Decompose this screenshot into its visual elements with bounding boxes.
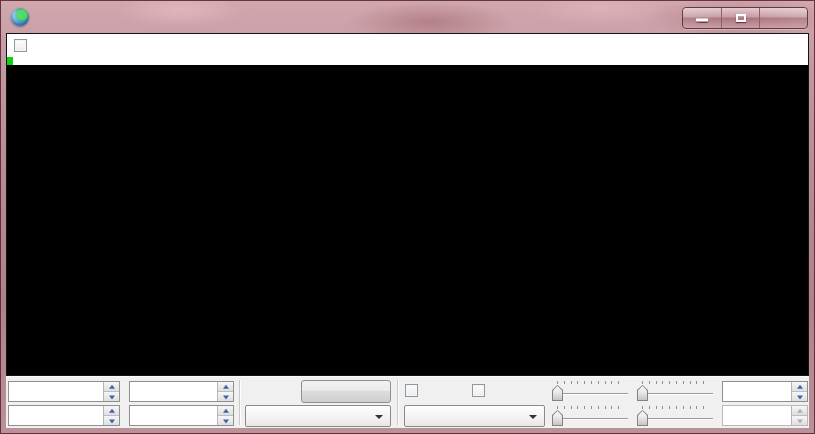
jt65-jt9-split-spinner[interactable] — [8, 405, 120, 426]
slider-ticks — [557, 381, 625, 384]
spin-down-icon — [797, 395, 803, 399]
client-area — [6, 33, 809, 428]
spin-up-icon — [797, 384, 803, 388]
ref-spec-checkbox[interactable] — [472, 384, 490, 397]
spectrum-zero-slider[interactable] — [637, 405, 715, 426]
spin-up-icon — [109, 408, 115, 412]
n-avg-spinner[interactable] — [129, 405, 234, 426]
slider-groove — [639, 418, 713, 419]
spin-down-icon — [223, 419, 229, 423]
separator — [239, 380, 240, 425]
spec-percent-spinner[interactable] — [722, 381, 808, 402]
smooth-spinner — [722, 405, 808, 426]
spin-up-icon — [109, 384, 115, 388]
checkbox-box — [405, 384, 418, 397]
spectrum-plot[interactable] — [7, 275, 808, 375]
spin-arrows[interactable] — [217, 382, 233, 401]
slider-groove — [554, 393, 628, 394]
spectrum-gain-slider[interactable] — [552, 405, 630, 426]
slider-groove — [554, 418, 628, 419]
separator — [397, 380, 398, 425]
wide-graph-window — [0, 0, 815, 434]
minimize-icon — [696, 19, 708, 22]
spin-arrows[interactable] — [103, 382, 119, 401]
spin-arrows[interactable] — [217, 406, 233, 425]
graph-display — [6, 33, 809, 376]
spin-arrows — [791, 406, 807, 425]
rx-range-marker — [7, 57, 13, 65]
slider-ticks — [642, 381, 710, 384]
slider-handle[interactable] — [637, 385, 648, 401]
maximize-icon — [736, 14, 746, 22]
palette-label — [249, 381, 299, 384]
slider-handle[interactable] — [552, 385, 563, 401]
wsjtx-app-icon[interactable] — [11, 8, 29, 26]
spin-up-icon — [223, 384, 229, 388]
waterfall-zero-slider[interactable] — [637, 380, 715, 401]
slider-ticks — [557, 406, 625, 409]
checkbox-box — [472, 384, 485, 397]
bins-per-pixel-spinner[interactable] — [8, 381, 120, 402]
spin-up-icon — [797, 408, 803, 412]
slider-handle[interactable] — [637, 410, 648, 426]
dropdown-arrow-icon — [375, 415, 383, 419]
titlebar[interactable] — [0, 0, 815, 33]
start-hz-spinner[interactable] — [129, 381, 234, 402]
flatten-checkbox[interactable] — [405, 384, 423, 397]
control-bar — [6, 376, 809, 428]
spin-down-icon — [797, 419, 803, 423]
waterfall-gain-slider[interactable] — [552, 380, 630, 401]
minimize-button[interactable] — [683, 8, 721, 28]
slider-handle[interactable] — [552, 410, 563, 426]
spin-down-icon — [109, 395, 115, 399]
spin-up-icon — [223, 408, 229, 412]
checkbox-box — [14, 39, 27, 52]
slider-ticks — [642, 406, 710, 409]
maximize-button[interactable] — [721, 8, 759, 28]
frequency-scale[interactable] — [7, 34, 808, 65]
waterfall-spectrogram[interactable] — [7, 65, 808, 275]
controls-checkbox[interactable] — [14, 39, 32, 52]
adjust-button[interactable] — [301, 380, 391, 403]
mode-select[interactable] — [404, 405, 545, 427]
spin-arrows[interactable] — [103, 406, 119, 425]
palette-select[interactable] — [245, 405, 391, 427]
window-buttons — [682, 7, 808, 29]
spin-down-icon — [109, 419, 115, 423]
spin-down-icon — [223, 395, 229, 399]
slider-groove — [639, 393, 713, 394]
dropdown-arrow-icon — [529, 415, 537, 419]
spin-arrows[interactable] — [791, 382, 807, 401]
close-button[interactable] — [759, 8, 807, 28]
